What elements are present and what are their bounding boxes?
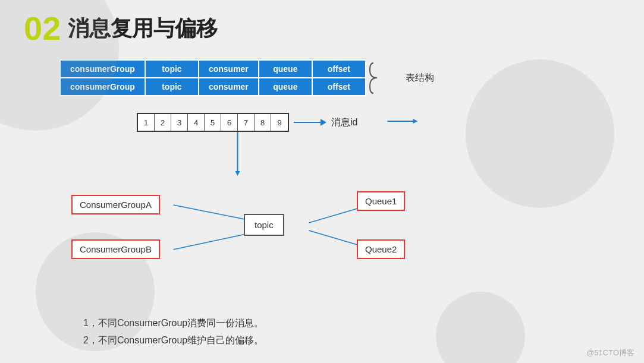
consumer-group-a-label: ConsumerGroupA [80,200,152,210]
arrow-head [321,119,326,126]
cell-topic-1: topic [145,60,199,78]
consumer-group-b-label: ConsumerGroupB [80,244,152,254]
queue1-label: Queue1 [365,196,397,206]
queue2-label: Queue2 [365,244,397,254]
msg-cell-8: 8 [255,114,271,131]
msg-cell-1: 1 [138,114,155,131]
msg-id-label: 消息id [331,116,357,129]
msg-cells: 1 2 3 4 5 6 7 8 9 [137,113,289,132]
consumer-group-a-box: ConsumerGroupA [71,195,160,214]
cell-consumer-1: consumer [199,60,259,78]
cell-offset-2: offset [312,78,366,96]
cell-queue-2: queue [259,78,312,96]
arrow-line [294,122,321,123]
brace-svg [369,62,398,94]
msg-cell-9: 9 [271,114,288,131]
deco-bg-1 [0,0,119,131]
msg-cell-7: 7 [238,114,255,131]
msg-id-row: 1 2 3 4 5 6 7 8 9 消息id [137,113,357,132]
cell-queue-1: queue [259,60,312,78]
topic-box: topic [244,214,284,236]
note-line-1: 1，不同ConsumerGroup消费同一份消息。 [83,315,620,332]
msg-cell-3: 3 [171,114,188,131]
svg-marker-1 [235,171,240,176]
notes-section: 1，不同ConsumerGroup消费同一份消息。 2，不同ConsumerGr… [83,315,620,349]
topic-label: topic [255,220,274,230]
cell-consumer-2: consumer [199,78,259,96]
msg-cell-2: 2 [155,114,171,131]
svg-marker-9 [413,119,418,124]
queue2-box: Queue2 [357,239,405,259]
diagram: 1 2 3 4 5 6 7 8 9 消息id ConsumerGroupA Co [59,113,620,309]
note-line-2: 2，不同ConsumerGroup维护自己的偏移。 [83,332,620,349]
msg-cell-6: 6 [221,114,238,131]
watermark: @51CTO博客 [586,348,634,358]
table-label: 表结构 [406,72,434,84]
msg-cell-5: 5 [205,114,221,131]
cell-topic-2: topic [145,78,199,96]
cell-offset-1: offset [312,60,366,78]
slide-page: 02 消息复用与偏移 consumerGroup topic consumer … [0,0,644,363]
msg-cell-4: 4 [188,114,205,131]
queue1-box: Queue1 [357,191,405,211]
consumer-group-b-box: ConsumerGroupB [71,239,160,259]
msg-id-arrow [294,119,326,126]
